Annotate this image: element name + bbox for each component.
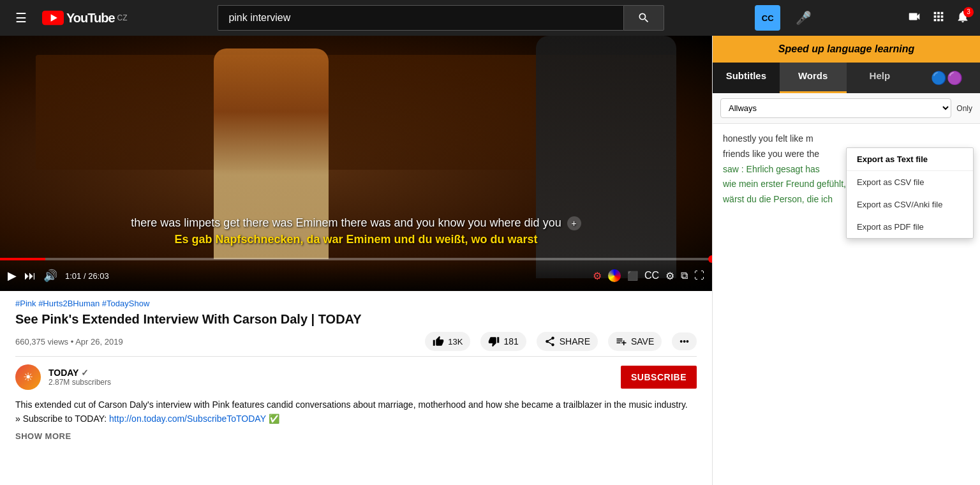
share-label: SHARE	[560, 336, 590, 347]
extension-panel: Speed up language learning Subtitles Wor…	[713, 36, 980, 485]
youtube-wordmark: YouTube	[66, 11, 115, 26]
channel-avatar: ☀	[15, 364, 41, 390]
apps-grid-icon[interactable]	[932, 10, 946, 27]
cc-filter-button[interactable]: CC	[755, 5, 780, 31]
channel-name[interactable]: TODAY ✓	[48, 368, 111, 378]
upload-icon[interactable]	[907, 10, 921, 27]
like-count: 13K	[448, 337, 463, 347]
subtitle-add-button[interactable]: +	[567, 216, 581, 230]
search-button[interactable]	[623, 5, 664, 31]
extension-header: Speed up language learning	[713, 36, 980, 63]
filter-select[interactable]: Allways	[720, 98, 951, 118]
save-icon	[616, 336, 627, 347]
like-button[interactable]: 13K	[425, 332, 470, 351]
language-globe-icon[interactable]	[608, 269, 621, 282]
extension-sidebar: Speed up language learning Subtitles Wor…	[712, 36, 980, 485]
video-meta-row: 660,375 views • Apr 26, 2019 13K 181 SHA…	[15, 332, 697, 351]
tab-words[interactable]: Words	[780, 63, 847, 93]
thumbs-up-icon	[433, 336, 444, 347]
cc-captions-icon[interactable]: CC	[644, 270, 659, 281]
export-text-file-option[interactable]: Export as Text file	[847, 148, 973, 170]
video-player[interactable]: there was limpets get there was Eminem t…	[0, 36, 712, 291]
transcript-english-1: honestly you felt like m	[723, 131, 970, 147]
notification-badge: 3	[963, 7, 974, 17]
fullscreen-icon[interactable]: ⛶	[694, 270, 704, 281]
hamburger-menu-button[interactable]: ☰	[10, 5, 32, 31]
play-pause-button[interactable]: ▶	[8, 269, 17, 283]
dislike-button[interactable]: 181	[480, 332, 526, 351]
subscribe-button[interactable]: SUBSCRIBE	[621, 366, 697, 389]
volume-button[interactable]: 🔊	[43, 269, 57, 283]
verified-checkmark: ✓	[81, 368, 89, 378]
subtitle-german: Es gab Napfschnecken, da war Eminem und …	[0, 233, 712, 246]
thumbs-down-icon	[488, 336, 500, 347]
microphone-button[interactable]: 🎤	[791, 5, 817, 31]
youtube-logo-icon	[42, 10, 64, 26]
notifications-bell-icon[interactable]: 3	[956, 10, 970, 27]
page-content: there was limpets get there was Eminem t…	[0, 36, 980, 485]
main-area: there was limpets get there was Eminem t…	[0, 36, 712, 485]
time-display: 1:01 / 26:03	[65, 271, 109, 281]
extension-title: Speed up language learning	[778, 43, 914, 54]
cc-label: CC	[762, 13, 774, 23]
video-title: See Pink's Extended Interview With Carso…	[15, 312, 697, 327]
tab-subtitles[interactable]: Subtitles	[713, 63, 780, 93]
channel-info: TODAY ✓ 2.87M subscribers	[48, 368, 111, 387]
divider	[15, 356, 697, 357]
nav-right-actions: 3	[907, 10, 970, 27]
video-subtitles: there was limpets get there was Eminem t…	[0, 216, 712, 246]
channel-row: ☀ TODAY ✓ 2.87M subscribers SUBSCRIBE	[15, 364, 697, 390]
youtube-region-suffix: CZ	[117, 13, 128, 22]
share-button[interactable]: SHARE	[537, 332, 598, 351]
top-navigation: ☰ YouTubeCZ CC 🎤 3	[0, 0, 980, 36]
video-info: #Pink #Hurts2BHuman #TodayShow See Pink'…	[0, 291, 712, 485]
search-container	[218, 5, 664, 31]
more-options-button[interactable]: •••	[672, 332, 697, 350]
share-icon	[544, 336, 556, 347]
dislike-count: 181	[503, 336, 518, 347]
save-label: SAVE	[631, 336, 654, 347]
export-csv-file-option[interactable]: Export as CSV file	[847, 170, 973, 193]
video-stats: 660,375 views • Apr 26, 2019	[15, 337, 123, 347]
settings-options-icon[interactable]: ⚙	[665, 270, 674, 282]
extension-controls: Allways Only	[713, 93, 980, 124]
subscribe-link[interactable]: http://on.today.com/SubscribeToTODAY	[109, 414, 266, 424]
tab-help[interactable]: Help	[847, 63, 914, 93]
only-label: Only	[956, 104, 972, 113]
settings-gear-icon[interactable]: ⚙	[593, 270, 602, 282]
video-description: This extended cut of Carson Daly's inter…	[15, 398, 697, 426]
export-dropdown: Export as Text file Export as CSV file E…	[846, 147, 974, 239]
search-input[interactable]	[218, 5, 623, 31]
export-pdf-option[interactable]: Export as PDF file	[847, 216, 973, 238]
right-controls: ⚙ ⬛ CC ⚙ ⧉ ⛶	[593, 269, 704, 282]
video-background	[0, 36, 712, 291]
search-icon	[637, 11, 650, 24]
miniplayer-icon[interactable]: ⧉	[681, 270, 688, 281]
export-csv-anki-option[interactable]: Export as CSV/Anki file	[847, 193, 973, 216]
action-buttons: 13K 181 SHARE SAVE •••	[425, 332, 697, 351]
next-video-button[interactable]: ⏭	[24, 269, 36, 283]
save-button[interactable]: SAVE	[608, 332, 662, 351]
youtube-logo[interactable]: YouTubeCZ	[42, 10, 128, 26]
toggle-switch-icon[interactable]: ⬛	[627, 271, 638, 281]
video-tags[interactable]: #Pink #Hurts2BHuman #TodayShow	[15, 299, 697, 308]
channel-subscribers: 2.87M subscribers	[48, 378, 111, 387]
extension-tabs: Subtitles Words Help 🔵🟣	[713, 63, 980, 93]
tab-settings-icon[interactable]: 🔵🟣	[913, 63, 980, 93]
show-more-button[interactable]: SHOW MORE	[15, 431, 697, 441]
subtitle-english: there was limpets get there was Eminem t…	[0, 216, 712, 230]
video-controls: ▶ ⏭ 🔊 1:01 / 26:03 ⚙ ⬛ CC ⚙ ⧉ ⛶	[0, 260, 712, 291]
